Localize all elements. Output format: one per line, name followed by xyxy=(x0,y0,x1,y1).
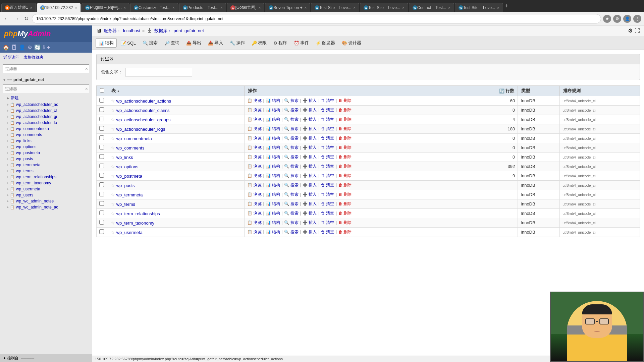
server-label[interactable]: 服务器： xyxy=(104,28,121,34)
sidebar-db-icon[interactable]: 🗄 xyxy=(11,44,17,51)
row-checkbox[interactable] xyxy=(99,135,104,140)
structure-link[interactable]: 📊 结构 xyxy=(266,154,280,160)
server-name[interactable]: localhost xyxy=(123,28,140,33)
table-name-link[interactable]: wp_postmeta xyxy=(116,174,142,179)
insert-link[interactable]: ➕ 插入 xyxy=(303,192,317,197)
db-collapse-icon[interactable]: ▼ xyxy=(3,78,6,82)
table-name[interactable]: wp_commentmeta xyxy=(16,126,49,131)
table-item[interactable]: + 📋 wp_postmeta xyxy=(0,150,92,156)
browse-link[interactable]: 📋 浏览 xyxy=(247,201,261,207)
browse-link[interactable]: 📋 浏览 xyxy=(247,173,261,179)
tab-gofair[interactable]: G [Gofair官网] × xyxy=(227,3,264,12)
toolbar-export-btn[interactable]: 📤 导出 xyxy=(183,39,204,47)
table-name[interactable]: wp_usermeta xyxy=(16,187,40,191)
drop-link[interactable]: 🗑 删除 xyxy=(338,173,352,179)
browse-link[interactable]: 📋 浏览 xyxy=(247,135,261,141)
table-name-link[interactable]: wp_commentmeta xyxy=(116,136,152,141)
drop-link[interactable]: 🗑 删除 xyxy=(338,98,352,104)
toolbar-import-btn[interactable]: 📥 导入 xyxy=(205,39,226,47)
row-checkbox[interactable] xyxy=(99,164,104,168)
star-icon[interactable]: ☆ xyxy=(111,220,115,226)
drop-link[interactable]: 🗑 删除 xyxy=(338,182,352,188)
table-name[interactable]: wp_users xyxy=(16,193,33,197)
filter-header[interactable]: 过滤器 xyxy=(97,54,640,64)
drop-link[interactable]: 🗑 删除 xyxy=(338,229,352,235)
db-options-icon[interactable]: ⋯ xyxy=(86,78,89,82)
insert-link[interactable]: ➕ 插入 xyxy=(303,182,317,188)
search-link[interactable]: 🔍 搜索 xyxy=(284,126,298,132)
browse-link[interactable]: 📋 浏览 xyxy=(247,182,261,188)
table-name[interactable]: wp_postmeta xyxy=(16,150,40,155)
browse-link[interactable]: 📋 浏览 xyxy=(247,210,261,216)
toolbar-triggers-btn[interactable]: ⚡ 触发器 xyxy=(313,39,338,47)
table-item[interactable]: + 📋 wp_actionscheduler_lo xyxy=(0,120,92,126)
select-all-checkbox[interactable] xyxy=(100,88,104,93)
structure-link[interactable]: 📊 结构 xyxy=(266,135,280,141)
row-checkbox[interactable] xyxy=(99,210,104,215)
toolbar-structure-btn[interactable]: 📊 结构 xyxy=(96,38,117,48)
star-icon[interactable]: ☆ xyxy=(111,230,115,235)
structure-link[interactable]: 📊 结构 xyxy=(266,98,280,104)
empty-link[interactable]: 🗑 清空 xyxy=(321,229,334,235)
db-filter-input[interactable] xyxy=(3,84,89,93)
insert-link[interactable]: ➕ 插入 xyxy=(303,135,317,141)
forward-button[interactable]: → xyxy=(13,14,21,23)
table-name-link[interactable]: wp_options xyxy=(116,164,139,169)
new-table-label[interactable]: 新建 xyxy=(11,95,19,101)
insert-link[interactable]: ➕ 插入 xyxy=(303,201,317,207)
row-checkbox[interactable] xyxy=(99,107,104,112)
search-link[interactable]: 🔍 搜索 xyxy=(284,117,298,122)
drop-link[interactable]: 🗑 删除 xyxy=(338,220,352,226)
sidebar-extra-icon[interactable]: + xyxy=(47,44,50,51)
table-name[interactable]: wp_actionscheduler_cl xyxy=(16,108,57,113)
row-checkbox[interactable] xyxy=(99,192,104,196)
bookmark-icon[interactable]: ★ xyxy=(603,15,611,23)
toolbar-events-btn[interactable]: ⏰ 事件 xyxy=(291,39,312,47)
drop-link[interactable]: 🗑 删除 xyxy=(338,145,352,150)
search-link[interactable]: 🔍 搜索 xyxy=(284,229,298,235)
tab-close[interactable]: × xyxy=(497,6,499,10)
drop-link[interactable]: 🗑 删除 xyxy=(338,192,352,197)
structure-link[interactable]: 📊 结构 xyxy=(266,107,280,113)
browse-link[interactable]: 📋 浏览 xyxy=(247,154,261,160)
new-tab-button[interactable]: + xyxy=(505,3,509,10)
toolbar-designer-btn[interactable]: 🎨 设计器 xyxy=(339,39,364,47)
search-link[interactable]: 🔍 搜索 xyxy=(284,192,298,197)
table-item[interactable]: + 📋 wp_wc_admin_note_ac xyxy=(0,204,92,210)
table-name-link[interactable]: wp_usermeta xyxy=(116,230,143,235)
star-icon[interactable]: ☆ xyxy=(111,126,115,132)
tab-close[interactable]: × xyxy=(75,6,77,10)
sidebar-info-icon[interactable]: ℹ xyxy=(43,44,45,51)
empty-link[interactable]: 🗑 清空 xyxy=(321,107,334,113)
table-item[interactable]: + 📋 wp_commentmeta xyxy=(0,126,92,132)
insert-link[interactable]: ➕ 插入 xyxy=(303,229,317,235)
drop-link[interactable]: 🗑 删除 xyxy=(338,210,352,216)
browse-link[interactable]: 📋 浏览 xyxy=(247,107,261,113)
search-link[interactable]: 🔍 搜索 xyxy=(284,220,298,226)
table-name[interactable]: wp_posts xyxy=(16,157,33,161)
table-name[interactable]: wp_wc_admin_notes xyxy=(16,199,54,203)
db-name-label[interactable]: print_gofair_net xyxy=(13,77,44,82)
url-bar[interactable]: 150.109.72.232:56789/phpmyadmin/index.ph… xyxy=(32,14,601,23)
sidebar-filter-clear[interactable]: × xyxy=(85,66,88,71)
empty-link[interactable]: 🗑 清空 xyxy=(321,154,334,160)
tab-testsite3[interactable]: W Test Site – Love... × xyxy=(455,3,503,12)
structure-link[interactable]: 📊 结构 xyxy=(266,229,280,235)
toolbar-search-btn[interactable]: 🔍 搜索 xyxy=(140,39,160,47)
db-filter-clear[interactable]: × xyxy=(85,86,88,92)
insert-link[interactable]: ➕ 插入 xyxy=(303,164,317,169)
table-name[interactable]: wp_links xyxy=(16,138,32,143)
table-item[interactable]: + 📋 wp_wc_admin_notes xyxy=(0,198,92,204)
profile-icon[interactable]: 👤 xyxy=(623,15,631,23)
empty-link[interactable]: 🗑 清空 xyxy=(321,135,334,141)
row-checkbox[interactable] xyxy=(99,98,104,103)
structure-link[interactable]: 📊 结构 xyxy=(266,173,280,179)
insert-link[interactable]: ➕ 插入 xyxy=(303,173,317,179)
sidebar-settings-icon[interactable]: ⚙ xyxy=(28,44,32,51)
table-name-link[interactable]: wp_links xyxy=(116,155,133,160)
search-link[interactable]: 🔍 搜索 xyxy=(284,164,298,169)
search-link[interactable]: 🔍 搜索 xyxy=(284,107,298,113)
table-item[interactable]: + 📋 wp_options xyxy=(0,144,92,150)
star-icon[interactable]: ☆ xyxy=(111,192,115,197)
browse-link[interactable]: 📋 浏览 xyxy=(247,98,261,104)
